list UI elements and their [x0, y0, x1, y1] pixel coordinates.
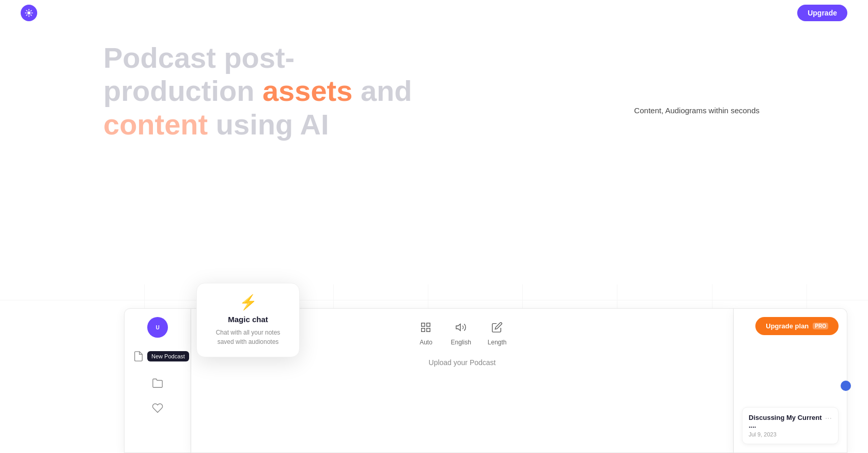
hero-title-line2: production	[103, 74, 262, 107]
header-upgrade-button[interactable]: Upgrade	[797, 5, 847, 21]
magic-chat-popup: ⚡ Magic chat Chat with all your notes sa…	[196, 283, 300, 357]
length-label: Length	[488, 339, 507, 346]
svg-rect-3	[427, 328, 430, 331]
podcast-card-menu-button[interactable]: ···	[825, 414, 832, 423]
upload-text: Upload your Podcast	[429, 358, 496, 367]
logo-icon	[21, 5, 37, 21]
sidebar-new-podcast-row: New Podcast	[129, 346, 187, 367]
hero-title-and: and	[352, 74, 412, 107]
sidebar-panel: U New Podcast	[124, 308, 191, 453]
right-panel: Upgrade plan PRO Discussing My Current .…	[734, 308, 847, 453]
magic-chat-icon: ⚡	[207, 294, 289, 311]
hero-title-line1: Podcast post-	[103, 41, 295, 74]
blue-indicator-dot	[841, 381, 851, 391]
folder-icon[interactable]	[149, 375, 166, 391]
upgrade-pro-badge: PRO	[813, 323, 828, 329]
svg-point-0	[27, 11, 30, 14]
podcast-card-date: Jul 9, 2023	[749, 431, 825, 437]
podcast-card-header: Discussing My Current .... Jul 9, 2023 ·…	[749, 414, 832, 437]
upgrade-plan-button[interactable]: Upgrade plan PRO	[755, 317, 839, 335]
control-english[interactable]: English	[451, 319, 471, 346]
logo-area	[21, 5, 37, 21]
grid-icon	[417, 319, 434, 336]
upgrade-plan-label: Upgrade plan	[766, 322, 809, 330]
magic-chat-title: Magic chat	[207, 315, 289, 324]
file-icon	[133, 348, 144, 365]
auto-label: Auto	[420, 339, 432, 346]
header: Upgrade	[0, 0, 868, 26]
english-label: English	[451, 339, 471, 346]
hero-accent-assets: assets	[262, 74, 352, 107]
new-podcast-button[interactable]: New Podcast	[147, 351, 189, 361]
control-length[interactable]: Length	[488, 319, 507, 346]
heart-icon[interactable]	[149, 400, 166, 416]
magic-chat-description: Chat with all your notes saved with audi…	[207, 328, 289, 346]
svg-marker-5	[456, 324, 460, 331]
svg-rect-2	[427, 323, 430, 326]
hero-accent-content: content	[103, 108, 208, 141]
hero-title: Podcast post- production assets and cont…	[103, 41, 413, 141]
control-auto[interactable]: Auto	[417, 319, 434, 346]
hero-section: Podcast post- production assets and cont…	[103, 41, 413, 141]
audio-icon	[453, 319, 469, 336]
avatar: U	[147, 317, 168, 338]
svg-rect-4	[422, 328, 425, 331]
edit-icon	[489, 319, 505, 336]
hero-subtitle: Content, Audiograms within seconds	[634, 106, 760, 115]
podcast-card: Discussing My Current .... Jul 9, 2023 ·…	[742, 407, 839, 444]
hero-title-using-ai: using AI	[208, 108, 329, 141]
controls-row: Auto English	[417, 319, 506, 346]
svg-rect-1	[422, 323, 425, 326]
podcast-card-title: Discussing My Current ....	[749, 414, 825, 429]
